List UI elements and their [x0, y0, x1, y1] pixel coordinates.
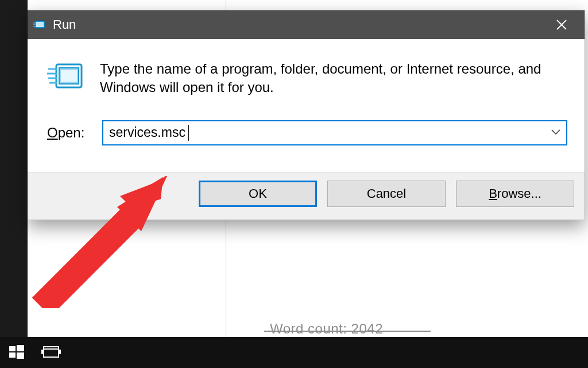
text-caret: [188, 125, 189, 141]
svg-rect-12: [17, 345, 24, 351]
dialog-body: Type the name of a program, folder, docu…: [28, 39, 585, 172]
input-row: Open:: [45, 120, 567, 145]
svg-rect-1: [36, 22, 44, 27]
run-titlebar-icon: [33, 20, 46, 30]
run-dialog: Run Type the name of a program, folder, …: [28, 10, 585, 220]
start-icon[interactable]: [8, 344, 25, 361]
svg-rect-4: [61, 70, 77, 82]
ok-button[interactable]: OK: [199, 181, 317, 207]
close-icon: [555, 18, 568, 31]
dark-left-strip: [0, 0, 28, 368]
button-row: OK Cancel Browse...: [28, 172, 585, 220]
svg-rect-17: [59, 350, 61, 354]
run-dialog-icon: [47, 61, 85, 95]
task-view-icon[interactable]: [41, 344, 61, 361]
taskbar[interactable]: [0, 337, 588, 368]
svg-rect-15: [44, 347, 59, 357]
svg-rect-13: [9, 352, 16, 358]
close-button[interactable]: [539, 10, 585, 39]
dialog-title: Run: [53, 17, 76, 32]
svg-rect-14: [17, 352, 24, 359]
chevron-down-icon[interactable]: [550, 128, 562, 138]
svg-rect-16: [41, 350, 44, 354]
background-wordcount-strike: [264, 331, 431, 332]
open-combobox[interactable]: [102, 120, 567, 145]
open-input[interactable]: [102, 120, 567, 145]
svg-rect-11: [9, 346, 16, 351]
open-label: Open:: [47, 125, 90, 141]
description-row: Type the name of a program, folder, docu…: [45, 60, 567, 97]
cancel-button[interactable]: Cancel: [327, 181, 446, 207]
titlebar[interactable]: Run: [28, 10, 585, 39]
dialog-description: Type the name of a program, folder, docu…: [100, 60, 559, 97]
background-wordcount-text: Word count: 2042: [270, 321, 383, 337]
browse-button[interactable]: Browse...: [456, 181, 574, 207]
